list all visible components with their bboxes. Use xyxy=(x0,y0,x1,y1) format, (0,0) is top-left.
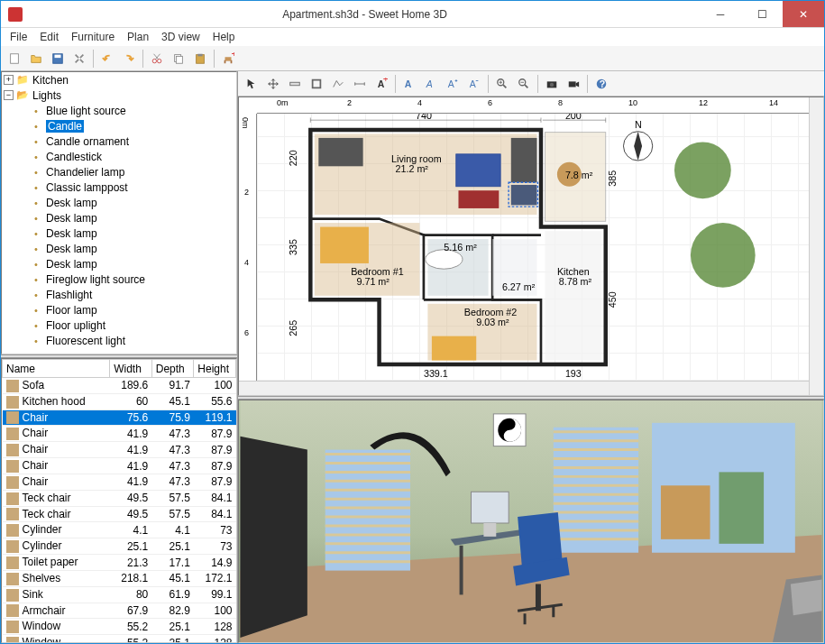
minimize-button[interactable]: ─ xyxy=(700,1,741,27)
catalog-category-lights[interactable]: − 📂 Lights xyxy=(2,87,236,103)
catalog-item[interactable]: •Desk lamp xyxy=(2,241,236,256)
catalog-item[interactable]: •Classic lamppost xyxy=(2,179,236,195)
svg-rect-14 xyxy=(313,79,321,87)
add-furniture-button[interactable]: + xyxy=(218,49,238,69)
menu-plan[interactable]: Plan xyxy=(122,29,154,45)
cell-height: 87.9 xyxy=(194,458,236,474)
pan-tool[interactable] xyxy=(263,74,283,94)
plan-view[interactable]: 0m 2 4 6 8 10 12 14 0m 2 4 6 xyxy=(238,97,824,396)
catalog-item[interactable]: •Desk lamp xyxy=(2,225,236,241)
table-row[interactable]: Window55.225.1128 xyxy=(3,619,236,635)
catalog-item[interactable]: •Fluorescent light xyxy=(2,333,236,348)
catalog-item[interactable]: •Candlestick xyxy=(2,149,236,164)
plan-scrollbar-vertical[interactable] xyxy=(809,97,823,395)
catalog-item[interactable]: •Floor uplight xyxy=(2,317,236,333)
catalog-item[interactable]: •Chandelier lamp xyxy=(2,164,236,179)
3d-view[interactable] xyxy=(238,400,824,643)
menu-help[interactable]: Help xyxy=(207,29,241,45)
menu-furniture[interactable]: Furniture xyxy=(66,29,120,45)
catalog-item[interactable]: •Desk lamp xyxy=(2,195,236,210)
catalog-item[interactable]: •Desk lamp xyxy=(2,256,236,271)
create-polylines-tool[interactable] xyxy=(328,74,348,94)
table-row[interactable]: Chair41.947.387.9 xyxy=(3,474,236,490)
furniture-thumb-icon xyxy=(6,573,19,585)
create-dimensions-tool[interactable] xyxy=(350,74,370,94)
help-button[interactable]: ? xyxy=(591,74,611,94)
table-row[interactable]: Toilet paper21.317.114.9 xyxy=(3,555,236,571)
catalog-item[interactable]: •Flashlight xyxy=(2,287,236,302)
main-toolbar: + xyxy=(1,46,824,71)
text-bold-button[interactable]: A xyxy=(399,74,419,94)
collapse-icon[interactable]: − xyxy=(4,90,14,100)
catalog-item[interactable]: •Candle ornament xyxy=(2,133,236,149)
close-button[interactable]: ✕ xyxy=(783,1,824,27)
cell-height: 172.1 xyxy=(194,570,236,586)
copy-button[interactable] xyxy=(169,49,188,69)
paste-button[interactable] xyxy=(190,49,210,69)
furniture-thumb-icon: • xyxy=(29,120,43,133)
create-text-tool[interactable]: A+ xyxy=(371,74,391,94)
svg-rect-31 xyxy=(545,231,601,361)
table-row[interactable]: Sofa189.691.7100 xyxy=(3,378,236,394)
open-button[interactable] xyxy=(26,49,46,69)
cell-height: 14.9 xyxy=(194,555,236,571)
save-button[interactable] xyxy=(48,49,68,69)
menu-file[interactable]: File xyxy=(5,29,32,45)
catalog-item[interactable]: •Blue light source xyxy=(2,103,236,118)
catalog-item-label: Candlestick xyxy=(46,151,102,163)
table-row[interactable]: Window55.225.1128 xyxy=(3,635,236,643)
furniture-thumb-icon: • xyxy=(29,135,43,148)
catalog-item-label: Chandelier lamp xyxy=(46,166,124,179)
table-row[interactable]: Cylinder25.125.173 xyxy=(3,538,236,555)
decrease-text-button[interactable]: A xyxy=(464,74,484,94)
zoom-out-button[interactable] xyxy=(514,74,534,94)
table-row[interactable]: Shelves218.145.1172.1 xyxy=(3,570,236,586)
plan-scrollbar-horizontal[interactable] xyxy=(239,381,809,395)
furniture-list[interactable]: Name Width Depth Height Sofa189.691.7100… xyxy=(1,358,237,643)
catalog-item[interactable]: •Desk lamp xyxy=(2,210,236,225)
compass-icon: N xyxy=(623,119,652,161)
zoom-in-button[interactable] xyxy=(492,74,512,94)
menu-edit[interactable]: Edit xyxy=(34,29,64,45)
plan-canvas[interactable]: Living room 21.2 m² Bedroom #1 9.71 m² B… xyxy=(257,114,809,381)
undo-button[interactable] xyxy=(97,49,117,69)
table-row[interactable]: Chair75.675.9119.1 xyxy=(3,409,236,426)
table-row[interactable]: Cylinder4.14.173 xyxy=(3,522,236,538)
increase-text-button[interactable]: A xyxy=(443,74,463,94)
table-row[interactable]: Teck chair49.557.584.1 xyxy=(3,506,236,522)
column-name[interactable]: Name xyxy=(3,360,110,378)
expand-icon[interactable]: + xyxy=(4,75,14,85)
catalog-item-label: Floor lamp xyxy=(46,304,97,317)
table-row[interactable]: Chair41.947.387.9 xyxy=(3,442,236,458)
cell-depth: 61.9 xyxy=(151,586,194,603)
create-rooms-tool[interactable] xyxy=(307,74,326,94)
table-row[interactable]: Chair41.947.387.9 xyxy=(3,426,236,442)
column-height[interactable]: Height xyxy=(194,360,236,378)
table-row[interactable]: Kitchen hood6045.155.6 xyxy=(3,393,236,409)
catalog-category-kitchen[interactable]: + 📁 Kitchen xyxy=(2,72,236,87)
catalog-item[interactable]: •Floor lamp xyxy=(2,302,236,317)
table-row[interactable]: Sink8061.999.1 xyxy=(3,586,236,603)
column-width[interactable]: Width xyxy=(110,360,152,378)
create-walls-tool[interactable] xyxy=(285,74,305,94)
table-row[interactable]: Armchair67.982.9100 xyxy=(3,603,236,619)
menu-3dview[interactable]: 3D view xyxy=(156,29,206,45)
table-row[interactable]: Chair41.947.387.9 xyxy=(3,458,236,474)
svg-rect-95 xyxy=(661,485,710,539)
catalog-item[interactable]: •Candle xyxy=(2,118,236,133)
table-row[interactable]: Teck chair49.557.584.1 xyxy=(3,490,236,506)
redo-button[interactable] xyxy=(119,49,139,69)
cut-button[interactable] xyxy=(147,49,167,69)
svg-rect-67 xyxy=(554,428,638,553)
create-video-button[interactable] xyxy=(564,74,583,94)
furniture-catalog[interactable]: + 📁 Kitchen − 📂 Lights •Blue light sourc… xyxy=(1,71,237,354)
maximize-button[interactable]: ☐ xyxy=(741,1,783,27)
select-tool[interactable] xyxy=(242,74,261,94)
column-depth[interactable]: Depth xyxy=(151,360,194,378)
catalog-item[interactable]: •Fireglow light source xyxy=(2,271,236,287)
create-photo-button[interactable] xyxy=(542,74,562,94)
svg-rect-36 xyxy=(320,227,369,263)
preferences-button[interactable] xyxy=(69,49,89,69)
text-italic-button[interactable]: A xyxy=(421,74,441,94)
new-button[interactable] xyxy=(5,49,24,69)
